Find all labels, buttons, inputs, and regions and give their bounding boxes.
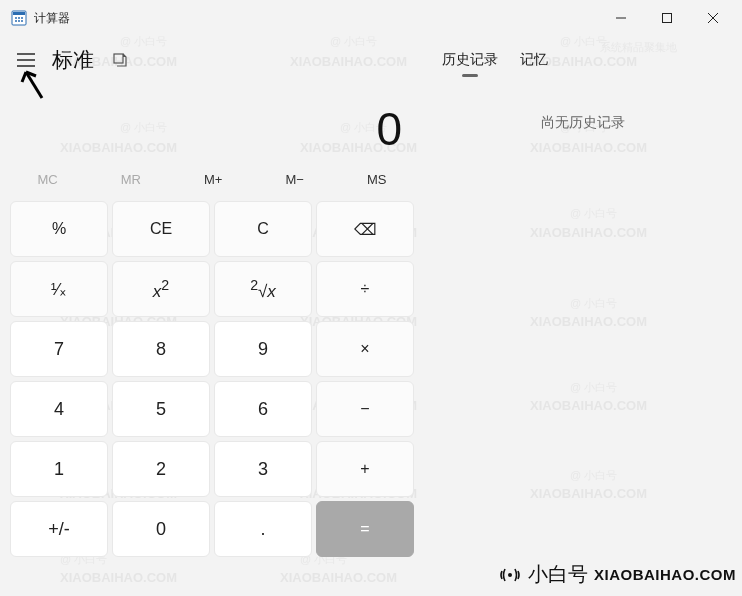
history-panel: 尚无历史记录 <box>424 84 742 563</box>
svg-point-7 <box>21 20 23 22</box>
memory-plus-button[interactable]: M+ <box>194 168 232 191</box>
svg-rect-1 <box>13 12 25 15</box>
key-6[interactable]: 6 <box>214 381 312 437</box>
memory-recall-button[interactable]: MR <box>111 168 151 191</box>
svg-point-2 <box>15 17 17 19</box>
brand-cn: 小白号 <box>528 561 588 588</box>
key-sqrt[interactable]: 2√x <box>214 261 312 317</box>
key-1[interactable]: 1 <box>10 441 108 497</box>
svg-point-16 <box>508 573 512 577</box>
display-value: 0 <box>376 102 402 156</box>
key-square[interactable]: x2 <box>112 261 210 317</box>
svg-rect-9 <box>663 14 672 23</box>
maximize-button[interactable] <box>644 0 690 36</box>
svg-point-4 <box>21 17 23 19</box>
svg-point-3 <box>18 17 20 19</box>
key-2[interactable]: 2 <box>112 441 210 497</box>
memory-minus-button[interactable]: M− <box>275 168 313 191</box>
memory-store-button[interactable]: MS <box>357 168 397 191</box>
brand-footer: 小白号 XIAOBAIHAO.COM <box>498 561 736 588</box>
key-add[interactable]: + <box>316 441 414 497</box>
key-reciprocal[interactable]: ¹⁄ₓ <box>10 261 108 317</box>
key-5[interactable]: 5 <box>112 381 210 437</box>
key-clear[interactable]: C <box>214 201 312 257</box>
key-divide[interactable]: ÷ <box>316 261 414 317</box>
calculator-panel: 0 MC MR M+ M− MS % CE C ⌫ ¹⁄ₓ x2 2√x ÷ 7… <box>0 84 424 563</box>
key-equals[interactable]: = <box>316 501 414 557</box>
titlebar: 计算器 <box>0 0 742 36</box>
memory-clear-button[interactable]: MC <box>28 168 68 191</box>
memory-row: MC MR M+ M− MS <box>6 164 418 201</box>
key-0[interactable]: 0 <box>112 501 210 557</box>
key-9[interactable]: 9 <box>214 321 312 377</box>
window-title: 计算器 <box>34 10 70 27</box>
key-decimal[interactable]: . <box>214 501 312 557</box>
svg-rect-15 <box>114 54 123 63</box>
key-4[interactable]: 4 <box>10 381 108 437</box>
key-multiply[interactable]: × <box>316 321 414 377</box>
key-backspace[interactable]: ⌫ <box>316 201 414 257</box>
display: 0 <box>6 84 418 164</box>
key-subtract[interactable]: − <box>316 381 414 437</box>
minimize-button[interactable] <box>598 0 644 36</box>
svg-point-6 <box>18 20 20 22</box>
hamburger-menu-icon[interactable] <box>14 48 38 72</box>
key-negate[interactable]: +/- <box>10 501 108 557</box>
history-empty-text: 尚无历史记录 <box>434 114 732 132</box>
svg-point-5 <box>15 20 17 22</box>
key-7[interactable]: 7 <box>10 321 108 377</box>
key-percent[interactable]: % <box>10 201 108 257</box>
signal-icon <box>498 563 522 587</box>
tab-memory[interactable]: 记忆 <box>520 47 548 73</box>
header: 标准 历史记录 记忆 <box>0 36 742 84</box>
backspace-icon: ⌫ <box>354 220 377 239</box>
mode-title: 标准 <box>52 46 94 74</box>
tab-history[interactable]: 历史记录 <box>442 47 498 73</box>
app-icon <box>10 9 28 27</box>
key-3[interactable]: 3 <box>214 441 312 497</box>
close-button[interactable] <box>690 0 736 36</box>
key-8[interactable]: 8 <box>112 321 210 377</box>
keep-on-top-icon[interactable] <box>110 50 130 70</box>
brand-en: XIAOBAIHAO.COM <box>594 566 736 583</box>
keypad: % CE C ⌫ ¹⁄ₓ x2 2√x ÷ 7 8 9 × 4 5 6 − 1 … <box>6 201 418 557</box>
key-clear-entry[interactable]: CE <box>112 201 210 257</box>
